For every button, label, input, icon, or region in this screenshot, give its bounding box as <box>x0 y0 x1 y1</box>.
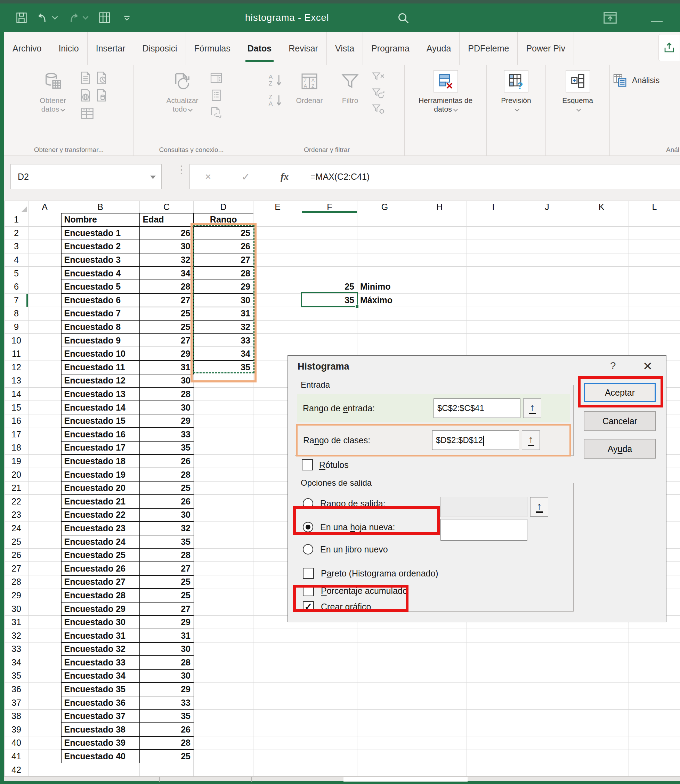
cell-C9[interactable]: 25 <box>140 320 194 334</box>
cell-D22[interactable] <box>194 495 253 508</box>
cell-A1[interactable] <box>28 213 61 227</box>
cell-K41[interactable] <box>574 749 629 763</box>
cell-G1[interactable] <box>357 213 412 227</box>
cell-C22[interactable]: 26 <box>140 495 194 508</box>
row-header-29[interactable]: 29 <box>5 589 28 602</box>
cell-A39[interactable] <box>28 723 61 736</box>
cell-A19[interactable] <box>28 454 61 468</box>
cell-J33[interactable] <box>520 642 574 656</box>
cell-L33[interactable] <box>629 642 680 656</box>
cell-G34[interactable] <box>357 656 412 669</box>
row-header-22[interactable]: 22 <box>5 495 28 508</box>
cell-H8[interactable] <box>412 307 467 321</box>
row-header-3[interactable]: 3 <box>5 240 28 253</box>
cell-G40[interactable] <box>357 736 412 750</box>
cell-K9[interactable] <box>574 320 629 334</box>
cell-J32[interactable] <box>520 629 574 642</box>
cell-B34[interactable]: Encuestado 33 <box>61 656 140 669</box>
share-button[interactable] <box>658 34 680 61</box>
cell-D8[interactable]: 31 <box>194 307 253 321</box>
cell-E3[interactable] <box>253 240 302 253</box>
cell-F38[interactable] <box>302 709 357 723</box>
tab-archivo[interactable]: Archivo <box>4 32 50 65</box>
cell-F5[interactable] <box>302 267 357 280</box>
cell-G4[interactable] <box>357 253 412 267</box>
cell-A32[interactable] <box>28 629 61 642</box>
row-header-36[interactable]: 36 <box>5 682 28 696</box>
cell-I38[interactable] <box>467 709 520 723</box>
cell-L5[interactable] <box>629 267 680 280</box>
from-web-icon[interactable] <box>80 88 91 102</box>
cell-K10[interactable] <box>574 334 629 347</box>
cell-C33[interactable]: 30 <box>140 642 194 656</box>
cell-C39[interactable]: 26 <box>140 723 194 736</box>
cell-F35[interactable] <box>302 669 357 683</box>
search-icon[interactable] <box>396 11 410 25</box>
outline-button[interactable]: Esquema <box>552 68 604 138</box>
cell-J8[interactable] <box>520 307 574 321</box>
cell-C42[interactable] <box>140 763 194 776</box>
row-header-4[interactable]: 4 <box>5 253 28 267</box>
cell-J6[interactable] <box>520 280 574 293</box>
cell-I2[interactable] <box>467 226 520 240</box>
row-header-34[interactable]: 34 <box>5 656 28 669</box>
row-header-9[interactable]: 9 <box>5 320 28 334</box>
row-header-16[interactable]: 16 <box>5 414 28 428</box>
cell-H4[interactable] <box>412 253 467 267</box>
fill-handle[interactable] <box>355 305 359 309</box>
cell-C24[interactable]: 32 <box>140 521 194 535</box>
cell-B28[interactable]: Encuestado 27 <box>61 575 140 589</box>
cell-D37[interactable] <box>194 696 253 710</box>
cell-H7[interactable] <box>412 293 467 307</box>
row-header-42[interactable]: 42 <box>5 763 28 776</box>
cell-H1[interactable] <box>412 213 467 227</box>
cell-E32[interactable] <box>253 629 302 642</box>
cell-D36[interactable] <box>194 682 253 696</box>
cell-B13[interactable]: Encuestado 12 <box>61 374 140 388</box>
row-header-26[interactable]: 26 <box>5 548 28 562</box>
cell-F33[interactable] <box>302 642 357 656</box>
column-header-E[interactable]: E <box>253 201 302 213</box>
cell-C30[interactable]: 27 <box>140 602 194 616</box>
cell-B37[interactable]: Encuestado 36 <box>61 696 140 710</box>
cell-D13[interactable] <box>194 374 253 388</box>
cell-I6[interactable] <box>467 280 520 293</box>
cell-B6[interactable]: Encuestado 5 <box>61 280 140 293</box>
cell-H39[interactable] <box>412 723 467 736</box>
cell-B25[interactable]: Encuestado 24 <box>61 535 140 549</box>
cell-F37[interactable] <box>302 696 357 710</box>
cell-C4[interactable]: 32 <box>140 253 194 267</box>
row-header-11[interactable]: 11 <box>5 347 28 361</box>
cell-D33[interactable] <box>194 642 253 656</box>
cell-B29[interactable]: Encuestado 28 <box>61 589 140 602</box>
cell-D2[interactable]: 25 <box>194 226 253 240</box>
cell-A8[interactable] <box>28 307 61 321</box>
new-sheet-name-field[interactable] <box>441 519 527 541</box>
sort-az-icon[interactable]: AZ <box>268 73 286 87</box>
column-header-I[interactable]: I <box>467 201 520 213</box>
cell-H37[interactable] <box>412 696 467 710</box>
cell-L6[interactable] <box>629 280 680 293</box>
cell-L42[interactable] <box>629 763 680 776</box>
cell-C5[interactable]: 34 <box>140 267 194 280</box>
cell-I37[interactable] <box>467 696 520 710</box>
cell-I5[interactable] <box>467 267 520 280</box>
cell-K32[interactable] <box>574 629 629 642</box>
cell-J38[interactable] <box>520 709 574 723</box>
cell-L36[interactable] <box>629 682 680 696</box>
cell-A22[interactable] <box>28 495 61 508</box>
cell-I3[interactable] <box>467 240 520 253</box>
cell-C38[interactable]: 35 <box>140 709 194 723</box>
cell-K2[interactable] <box>574 226 629 240</box>
cell-B15[interactable]: Encuestado 14 <box>61 401 140 414</box>
cell-J41[interactable] <box>520 749 574 763</box>
formula-input[interactable]: =MAX(C2:C41) <box>302 164 680 189</box>
cell-D9[interactable]: 32 <box>194 320 253 334</box>
cell-I9[interactable] <box>467 320 520 334</box>
cell-B8[interactable]: Encuestado 7 <box>61 307 140 321</box>
cell-A27[interactable] <box>28 562 61 575</box>
row-header-28[interactable]: 28 <box>5 575 28 589</box>
cell-A30[interactable] <box>28 602 61 616</box>
cell-L10[interactable] <box>629 334 680 347</box>
cancel-entry-icon[interactable]: × <box>205 171 211 183</box>
